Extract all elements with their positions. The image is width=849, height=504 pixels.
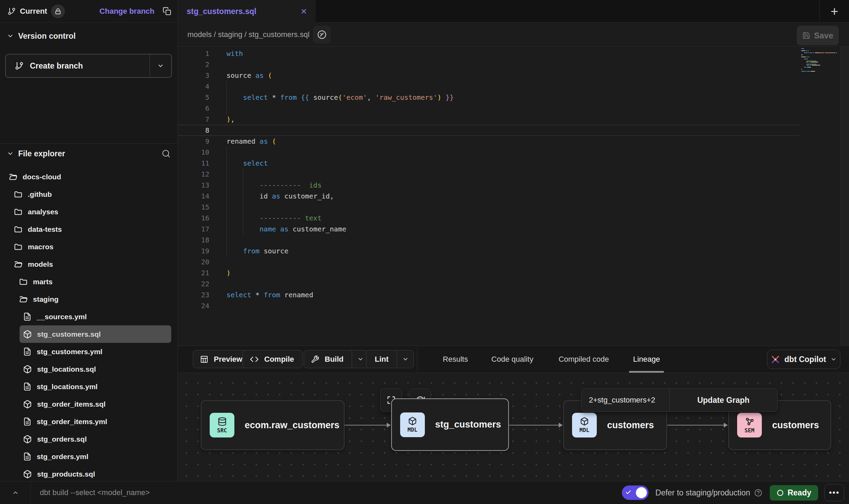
- code-line-12: [178, 169, 840, 180]
- folder-open-icon: [9, 172, 18, 181]
- version-control-header[interactable]: Version control: [0, 27, 177, 45]
- branch-bar: Current Change branch: [0, 0, 177, 23]
- save-label: Save: [814, 31, 833, 40]
- tree-item-label: stg_orders.sql: [37, 435, 87, 443]
- code-line-2: [178, 59, 840, 70]
- chevron-down-icon: [7, 150, 14, 157]
- save-button[interactable]: Save: [797, 26, 839, 45]
- share-icon: [745, 417, 754, 426]
- dbt-cloud-ide: Current Change branch Version control Cr…: [0, 0, 849, 504]
- node-badge-mdl: MDL: [400, 412, 425, 437]
- tree-item-label: models: [28, 260, 53, 268]
- folder-icon: [14, 190, 23, 199]
- tab-compiled-code[interactable]: Compiled code: [559, 346, 609, 373]
- lineage-selector-input[interactable]: 2+stg_customers+2: [581, 389, 669, 411]
- cube-icon: [23, 330, 32, 339]
- tree-item-label: staging: [33, 295, 59, 303]
- compile-button[interactable]: Compile: [243, 350, 303, 368]
- update-graph-button[interactable]: Update Graph: [669, 389, 777, 411]
- editor-scrollbar[interactable]: [840, 47, 849, 346]
- save-icon: [802, 32, 810, 39]
- results-toolbar: Preview Compile Build Lint ResultsC: [178, 346, 849, 373]
- change-branch-link[interactable]: Change branch: [100, 7, 154, 16]
- help-icon[interactable]: [754, 489, 762, 497]
- tree-item--github[interactable]: .github: [10, 185, 171, 203]
- lineage-panel[interactable]: SRCecom.raw_customersMDLstg_customersMDL…: [178, 373, 849, 481]
- tree-item-analyses[interactable]: analyses: [10, 203, 171, 220]
- tab-stg-customers-sql[interactable]: stg_customers.sql ×: [178, 0, 316, 23]
- more-options-button[interactable]: •••: [824, 484, 844, 501]
- copilot-label: dbt Copilot: [784, 355, 826, 364]
- node-label: ecom.raw_customers: [245, 420, 339, 431]
- create-branch-dropdown[interactable]: [150, 55, 171, 77]
- tab-results[interactable]: Results: [443, 346, 468, 373]
- code-line-5: select * from {{ source('ecom', 'raw_cus…: [178, 92, 840, 103]
- lint-button[interactable]: Lint: [366, 350, 414, 368]
- tree-item-label: docs-cloud: [23, 173, 61, 181]
- tree-item-stg-products-sql[interactable]: stg_products.sql: [20, 465, 171, 481]
- tab-close-icon[interactable]: ×: [301, 6, 307, 16]
- command-bar-expand-button[interactable]: [0, 481, 31, 504]
- tree-item-stg-customers-yml[interactable]: stg_customers.yml: [20, 343, 171, 360]
- minimap[interactable]: [801, 48, 840, 73]
- code-line-20: [178, 256, 840, 267]
- tree-item-models[interactable]: models: [10, 255, 171, 273]
- ide-status-badge[interactable]: Ready: [770, 485, 818, 501]
- lineage-node-ecom-raw-customers[interactable]: SRCecom.raw_customers: [201, 400, 345, 450]
- table-icon: [200, 355, 208, 363]
- tree-item-staging[interactable]: staging: [15, 290, 171, 308]
- create-branch-button[interactable]: Create branch: [5, 54, 172, 78]
- tree-item-stg-orders-sql[interactable]: stg_orders.sql: [20, 430, 171, 448]
- lint-dropdown[interactable]: [397, 350, 414, 368]
- tree-item-stg-orders-yml[interactable]: stg_orders.yml: [20, 448, 171, 465]
- lineage-node-stg-customers[interactable]: MDLstg_customers: [391, 398, 509, 451]
- build-button[interactable]: Build: [304, 350, 369, 368]
- chevron-down-icon: [7, 33, 14, 39]
- tree-item-stg-locations-yml[interactable]: stg_locations.yml: [20, 378, 171, 395]
- tree-item-label: analyses: [28, 208, 58, 216]
- tree-item-label: data-tests: [28, 225, 62, 233]
- tree-item--sources-yml[interactable]: __sources.yml: [20, 308, 171, 325]
- chevron-down-icon: [157, 62, 164, 69]
- lineage-edge: [345, 425, 390, 425]
- tab-code-quality[interactable]: Code quality: [491, 346, 533, 373]
- tree-item-stg-order-items-yml[interactable]: stg_order_items.yml: [20, 413, 171, 430]
- status-circle-icon: [777, 489, 784, 496]
- code-line-16: ---------- text: [178, 213, 840, 224]
- defer-label: Defer to staging/production: [655, 488, 750, 497]
- tree-item-marts[interactable]: marts: [15, 273, 171, 290]
- status-bar: dbt build --select <model_name> Defer to…: [0, 481, 849, 504]
- copy-branch-icon[interactable]: [163, 7, 171, 15]
- code-editor[interactable]: 123456789101112131415161718192021222324 …: [178, 47, 849, 346]
- command-input[interactable]: dbt build --select <model_name>: [40, 488, 150, 497]
- file-explorer-header[interactable]: File explorer: [0, 143, 177, 164]
- copilot-icon: [771, 355, 780, 364]
- code-line-23: select * from renamed: [178, 289, 840, 300]
- folder-icon: [14, 242, 23, 251]
- tree-item-label: stg_locations.yml: [37, 383, 97, 391]
- preview-button[interactable]: Preview: [193, 350, 251, 368]
- tree-item-data-tests[interactable]: data-tests: [10, 220, 171, 238]
- file-explorer-label: File explorer: [18, 149, 65, 158]
- node-badge-src: SRC: [210, 413, 234, 437]
- lock-icon: [55, 8, 61, 14]
- chevron-up-icon: [12, 489, 19, 496]
- preview-label: Preview: [212, 355, 244, 364]
- node-label: customers: [607, 420, 654, 431]
- plus-icon: +: [830, 4, 838, 19]
- new-tab-button[interactable]: +: [819, 0, 849, 23]
- tree-item-stg-order-items-sql[interactable]: stg_order_items.sql: [20, 395, 171, 413]
- tree-item-docs-cloud[interactable]: docs-cloud: [5, 168, 171, 185]
- cube-icon: [23, 400, 32, 409]
- node-label: stg_customers: [435, 419, 501, 430]
- tab-lineage[interactable]: Lineage: [633, 346, 660, 373]
- tree-item-stg-locations-sql[interactable]: stg_locations.sql: [20, 360, 171, 378]
- tree-item-stg-customers-sql[interactable]: stg_customers.sql: [20, 325, 171, 343]
- dbt-copilot-button[interactable]: dbt Copilot: [767, 350, 840, 369]
- folder-icon: [14, 207, 23, 216]
- defer-toggle[interactable]: [622, 485, 649, 500]
- file-search-icon[interactable]: [162, 149, 171, 158]
- cube-icon: [23, 470, 32, 479]
- tree-item-macros[interactable]: macros: [10, 238, 171, 255]
- copilot-inline-icon[interactable]: [313, 26, 331, 44]
